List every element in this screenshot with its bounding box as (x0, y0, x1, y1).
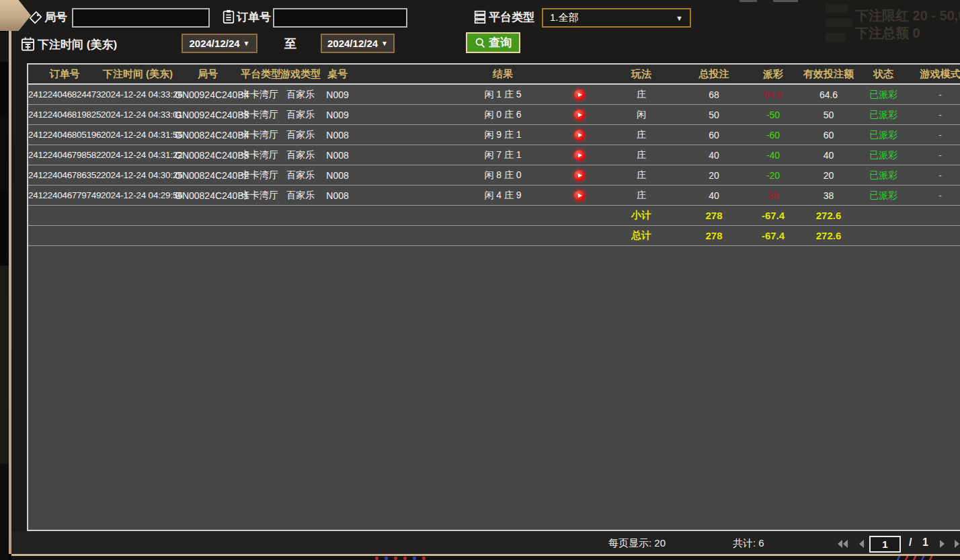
background-artifact (826, 18, 852, 27)
last-page-button[interactable] (953, 538, 960, 549)
platform-type-select[interactable]: 1.全部 ▼ (542, 8, 691, 28)
header-status: 状态 (856, 68, 911, 81)
cell-mode: - (911, 150, 960, 161)
background-roadmap-dots (11, 556, 960, 560)
cell-valid-bet: 64.6 (801, 89, 856, 100)
cell-order-no: 241224046805196 (28, 130, 101, 140)
round-no-input[interactable] (72, 8, 210, 28)
bet-time-label: 下注时间 (美东) (38, 37, 117, 52)
cell-round-no: GN00824C240B1 (175, 190, 241, 201)
edge-block (0, 464, 9, 560)
cell-status: 已派彩 (856, 169, 911, 182)
replay-button[interactable] (574, 89, 585, 100)
page-number-input[interactable] (869, 536, 901, 553)
replay-button[interactable] (574, 150, 585, 161)
cell-result: 闲 0 庄 6 (446, 109, 559, 121)
cell-order-no: 241224046819825 (28, 110, 101, 120)
replay-button[interactable] (574, 110, 585, 120)
cell-replay (559, 149, 600, 161)
grand-total-row: 总计278-67.4272.6 (28, 226, 960, 246)
subtotal-row-valid: 272.6 (801, 210, 856, 221)
cell-result: 闲 4 庄 9 (446, 190, 559, 202)
cell-table-no: N009 (323, 89, 352, 100)
table-empty-area (28, 246, 960, 530)
cell-result: 闲 8 庄 0 (446, 169, 559, 182)
edge-block (0, 266, 9, 464)
cell-replay (559, 169, 600, 181)
cell-total-bet: 68 (683, 89, 745, 100)
pagination-bar (11, 531, 960, 554)
cell-bet-time: 2024-12-24 04:29:56 (101, 190, 175, 200)
header-mode: 游戏模式 (911, 68, 960, 81)
prev-page-button[interactable] (856, 538, 870, 549)
header-time: 下注时间 (美东) (101, 68, 175, 81)
calendar-icon (20, 36, 36, 55)
cell-order-no: 241224046779749 (28, 190, 101, 200)
bet-records-table: 订单号下注时间 (美东)局号平台类型游戏类型桌号结果玩法总投注派彩有效投注额状态… (27, 63, 960, 531)
date-to-picker[interactable]: 2024/12/24 ▼ (321, 34, 395, 53)
page-size-text: 每页显示: 20 (608, 537, 666, 550)
cell-total-bet: 50 (683, 110, 745, 120)
cell-table-no: N009 (323, 110, 352, 120)
round-no-label: 局号 (44, 9, 67, 25)
cell-result: 闲 9 庄 1 (446, 129, 559, 141)
table-header-row: 订单号下注时间 (美东)局号平台类型游戏类型桌号结果玩法总投注派彩有效投注额状态… (28, 65, 960, 85)
cell-play-type: 庄 (600, 169, 683, 182)
clipboard-icon (221, 8, 236, 28)
cell-replay (559, 109, 600, 120)
replay-button[interactable] (574, 130, 585, 141)
date-to-value: 2024/12/24 (327, 38, 378, 49)
cell-mode: - (911, 170, 960, 181)
cell-bet-time: 2024-12-24 04:30:25 (101, 170, 175, 180)
cell-platform: 卡卡湾厅 (241, 149, 278, 161)
cell-game-type: 百家乐 (278, 169, 323, 182)
cell-bet-time: 2024-12-24 04:33:26 (101, 89, 175, 99)
cell-total-bet: 40 (683, 150, 745, 161)
cell-replay (559, 190, 600, 201)
date-range-to-label: 至 (284, 36, 296, 52)
total-count-text: 共计: 6 (733, 537, 764, 550)
subtotal-row-total: 278 (683, 210, 745, 221)
cell-replay (559, 129, 600, 141)
server-stack-icon (473, 9, 487, 28)
replay-button[interactable] (574, 170, 585, 181)
date-from-picker[interactable]: 2024/12/24 ▼ (182, 34, 257, 53)
cell-payout: 38 (745, 190, 801, 201)
cell-mode: - (911, 110, 960, 120)
cell-mode: - (911, 190, 960, 201)
cell-mode: - (911, 130, 960, 141)
header-result: 结果 (446, 68, 559, 81)
header-valid: 有效投注额 (801, 68, 856, 81)
cell-order-no: 241224046824473 (28, 89, 101, 99)
date-from-value: 2024/12/24 (190, 38, 240, 49)
cell-result: 闲 1 庄 5 (446, 89, 559, 101)
cell-bet-time: 2024-12-24 04:33:01 (101, 110, 175, 120)
subtotal-row-play: 小计 (600, 209, 683, 222)
cell-total-bet: 60 (683, 130, 745, 141)
first-page-button[interactable] (836, 538, 849, 549)
cell-game-type: 百家乐 (278, 149, 323, 161)
background-artifact (739, 0, 757, 2)
order-no-input[interactable] (273, 8, 407, 28)
header-total: 总投注 (683, 68, 745, 81)
table-row: 2412240467863522024-12-24 04:30:25GN0082… (28, 165, 960, 186)
cell-round-no: GN00824C240B2 (175, 170, 241, 181)
ghost-bet-total-text: 下注总额 0 (855, 24, 920, 42)
header-order: 订单号 (28, 68, 101, 81)
background-artifact (826, 33, 846, 42)
subtotal-row: 小计278-67.4272.6 (28, 206, 960, 226)
cell-round-no: GN00924C240B3 (175, 110, 241, 120)
next-page-button[interactable] (938, 538, 951, 549)
cell-play-type: 庄 (600, 89, 683, 101)
cell-round-no: GN00824C240B3 (175, 150, 241, 161)
cell-total-bet: 20 (683, 170, 745, 181)
replay-button[interactable] (574, 190, 585, 201)
cell-valid-bet: 40 (801, 150, 856, 161)
edge-block (0, 114, 9, 192)
chevron-down-icon: ▼ (243, 40, 250, 47)
grand-total-row-total: 278 (683, 230, 745, 241)
query-button[interactable]: 查询 (466, 32, 520, 53)
chevron-down-icon: ▼ (676, 14, 683, 22)
cell-table-no: N008 (323, 130, 352, 141)
cell-play-type: 庄 (600, 149, 683, 161)
